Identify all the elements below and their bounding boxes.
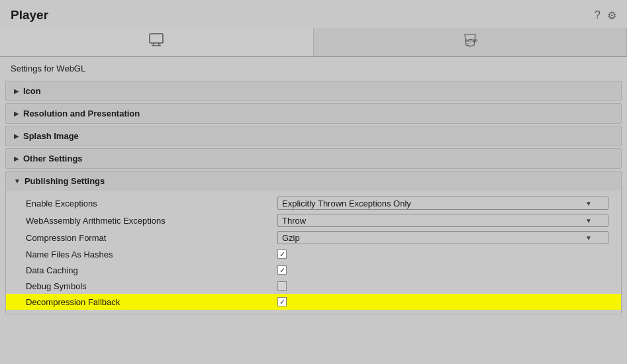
tab-desktop[interactable] [0,28,314,56]
compression-format-control: Gzip ▼ [277,231,610,244]
section-publishing-arrow: ▼ [14,177,21,185]
enable-exceptions-dropdown[interactable]: Explicitly Thrown Exceptions Only ▼ [277,197,608,210]
section-other-header[interactable]: ▶ Other Settings [6,149,621,168]
enable-exceptions-control: Explicitly Thrown Exceptions Only ▼ [277,197,610,210]
field-decompression-fallback: Decompression Fallback [6,294,621,310]
data-caching-label: Data Caching [26,265,277,275]
debug-symbols-label: Debug Symbols [26,281,277,291]
section-other-title: Other Settings [23,154,83,163]
compression-format-dropdown-arrow: ▼ [585,234,592,242]
section-publishing: ▼ Publishing Settings Enable Exceptions … [5,171,622,314]
debug-symbols-checkbox[interactable] [277,281,287,291]
settings-for-label: Settings for WebGL [0,57,627,79]
header: Player ? ⚙ [0,0,627,28]
decompression-fallback-control [277,297,610,306]
header-actions: ? ⚙ [595,9,616,22]
data-caching-control [277,265,610,275]
section-icon-header[interactable]: ▶ Icon [6,81,621,101]
decompression-fallback-checkbox[interactable] [277,297,287,306]
section-icon: ▶ Icon [5,81,622,101]
section-publishing-header[interactable]: ▼ Publishing Settings [6,171,621,191]
html5-icon: HTML 5 [463,33,477,51]
name-files-as-hashes-label: Name Files As Hashes [26,250,277,259]
data-caching-checkbox[interactable] [277,265,287,275]
section-splash: ▶ Splash Image [5,126,622,146]
tab-bar: HTML 5 [0,28,627,57]
section-icon-arrow: ▶ [14,87,19,95]
enable-exceptions-dropdown-arrow: ▼ [585,200,592,207]
field-compression-format: Compression Format Gzip ▼ [6,229,621,246]
section-publishing-title: Publishing Settings [24,176,105,186]
svg-text:5: 5 [467,42,469,46]
desktop-icon [148,33,164,50]
webassembly-exceptions-dropdown-arrow: ▼ [585,217,592,224]
svg-rect-0 [150,34,163,43]
compression-format-label: Compression Format [26,233,277,243]
section-splash-arrow: ▶ [14,132,19,140]
webassembly-exceptions-label: WebAssembly Arithmetic Exceptions [26,216,277,226]
section-publishing-body: Enable Exceptions Explicitly Thrown Exce… [6,191,621,314]
field-debug-symbols: Debug Symbols [6,278,621,294]
debug-symbols-control [277,281,610,291]
enable-exceptions-value: Explicitly Thrown Exceptions Only [282,199,411,208]
compression-format-dropdown[interactable]: Gzip ▼ [277,231,608,244]
section-resolution-header[interactable]: ▶ Resolution and Presentation [6,104,621,123]
tab-webgl[interactable]: HTML 5 [314,28,628,56]
decompression-fallback-label: Decompression Fallback [26,297,277,307]
section-splash-title: Splash Image [23,131,79,141]
page-title: Player [11,8,48,23]
field-enable-exceptions: Enable Exceptions Explicitly Thrown Exce… [6,195,621,212]
field-name-files-as-hashes: Name Files As Hashes [6,246,621,262]
section-resolution-title: Resolution and Presentation [23,109,140,118]
section-other: ▶ Other Settings [5,148,622,169]
settings-icon[interactable]: ⚙ [607,9,616,22]
section-resolution-arrow: ▶ [14,110,19,117]
webassembly-exceptions-value: Throw [282,216,306,226]
section-splash-header[interactable]: ▶ Splash Image [6,126,621,146]
webassembly-exceptions-control: Throw ▼ [277,214,610,227]
name-files-as-hashes-checkbox[interactable] [277,250,287,259]
sections-container: ▶ Icon ▶ Resolution and Presentation ▶ S… [0,81,627,314]
section-resolution: ▶ Resolution and Presentation [5,103,622,124]
compression-format-value: Gzip [282,233,300,243]
section-other-arrow: ▶ [14,155,19,162]
enable-exceptions-label: Enable Exceptions [26,199,277,208]
field-data-caching: Data Caching [6,262,621,278]
help-icon[interactable]: ? [595,9,601,21]
field-webassembly-exceptions: WebAssembly Arithmetic Exceptions Throw … [6,212,621,229]
name-files-as-hashes-control [277,250,610,259]
webassembly-exceptions-dropdown[interactable]: Throw ▼ [277,214,608,227]
section-icon-title: Icon [23,86,41,96]
